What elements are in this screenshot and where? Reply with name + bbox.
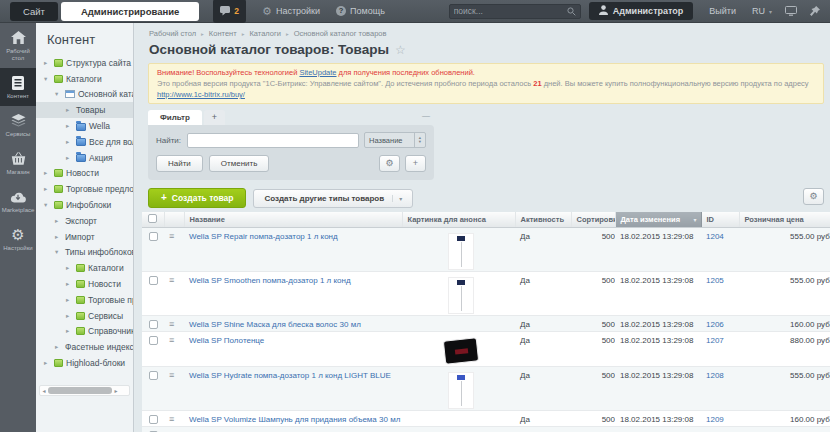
scroll-right-icon[interactable]: ▸ <box>112 387 120 394</box>
row-checkbox[interactable] <box>149 415 158 424</box>
product-id-link[interactable]: 1205 <box>706 276 724 285</box>
chevron-right-icon[interactable]: ▸ <box>44 59 51 67</box>
column-name[interactable]: Название <box>184 212 402 227</box>
chevron-right-icon[interactable]: ▸ <box>66 280 73 288</box>
row-menu-icon[interactable]: ≡ <box>169 276 174 284</box>
row-checkbox[interactable] <box>149 232 158 241</box>
tree-item[interactable]: ▾Каталоги <box>36 71 133 87</box>
product-name-link[interactable]: Wella SP Полотенце <box>189 336 264 345</box>
filter-cancel-button[interactable]: Отменить <box>209 155 270 172</box>
row-checkbox[interactable] <box>149 371 158 380</box>
display-icon[interactable] <box>785 6 797 16</box>
tree-item[interactable]: ▸Торговые предложения <box>36 181 133 197</box>
product-name-link[interactable]: Wella SP Smoothen помпа-дозатор 1 л конд <box>189 276 351 285</box>
rail-item-services[interactable]: Сервисы <box>0 106 36 144</box>
column-price[interactable]: Розничная цена <box>739 212 830 227</box>
product-image[interactable] <box>448 372 474 409</box>
product-id-link[interactable]: 1207 <box>706 336 724 345</box>
tree-item[interactable]: ▸Справочники <box>36 324 133 340</box>
filter-tab[interactable]: Фильтр <box>148 110 202 125</box>
create-product-button[interactable]: +Создать товар <box>148 188 246 208</box>
scrollbar-thumb[interactable] <box>48 387 112 394</box>
chevron-down-icon[interactable]: ▾ <box>55 90 62 98</box>
row-checkbox[interactable] <box>149 320 158 329</box>
chevron-right-icon[interactable]: ▸ <box>44 185 51 193</box>
row-menu-icon[interactable]: ≡ <box>169 320 174 328</box>
tree-item[interactable]: ▸Торговые предложе <box>36 292 133 308</box>
product-image[interactable] <box>443 337 479 364</box>
column-image[interactable]: Картинка для анонса <box>402 212 515 227</box>
search-input[interactable] <box>454 6 567 16</box>
pin-icon[interactable] <box>810 6 820 16</box>
chevron-right-icon[interactable]: ▸ <box>55 217 62 225</box>
chevron-right-icon[interactable]: ▸ <box>55 233 62 241</box>
breadcrumb-link[interactable]: Основной каталог товаров <box>294 29 387 38</box>
rail-item-settings[interactable]: ⚙Настройки <box>0 220 36 258</box>
filter-find-button[interactable]: Найти <box>156 155 203 172</box>
favorite-star-icon[interactable]: ☆ <box>395 43 406 57</box>
column-id[interactable]: ID <box>701 212 739 227</box>
chevron-right-icon[interactable]: ▸ <box>55 343 62 351</box>
column-date-sorted[interactable]: Дата изменения▾ <box>615 212 701 227</box>
breadcrumb-link[interactable]: Каталоги <box>249 29 280 38</box>
help-menu[interactable]: ? Помощь <box>336 6 385 16</box>
filter-add-field-button[interactable]: + <box>405 155 426 172</box>
scroll-left-icon[interactable]: ◂ <box>40 387 48 394</box>
tree-item[interactable]: ▸Сервисы <box>36 308 133 324</box>
product-id-link[interactable]: 1209 <box>706 415 724 424</box>
notifications-button[interactable]: 2 <box>213 0 246 23</box>
rail-item-desktop[interactable]: Рабочий стол <box>0 23 36 68</box>
chevron-right-icon[interactable]: ▸ <box>66 296 73 304</box>
tree-item[interactable]: ▸Новости <box>36 276 133 292</box>
buy-link[interactable]: http://www.1c-bitrix.ru/buy/ <box>157 90 245 99</box>
row-menu-icon[interactable]: ≡ <box>169 415 174 423</box>
chevron-right-icon[interactable]: ▸ <box>44 169 51 177</box>
row-checkbox[interactable] <box>149 336 158 345</box>
product-id-link[interactable]: 1204 <box>706 232 724 241</box>
chevron-right-icon[interactable]: ▸ <box>66 138 73 146</box>
chevron-right-icon[interactable]: ▸ <box>66 264 73 272</box>
product-name-link[interactable]: Wella SP Shine Маска для блеска волос 30… <box>189 320 361 329</box>
search-icon[interactable] <box>567 2 576 20</box>
select-all-checkbox[interactable] <box>148 214 157 223</box>
filter-settings-button[interactable]: ⚙ <box>379 155 400 172</box>
tree-item[interactable]: ▸Экспорт <box>36 213 133 229</box>
user-button[interactable]: Администратор <box>589 2 694 20</box>
tree-item[interactable]: ▸Каталоги <box>36 260 133 276</box>
filter-find-input[interactable] <box>187 133 359 148</box>
create-other-types-button[interactable]: Создать другие типы товаров▾ <box>253 189 413 208</box>
chevron-right-icon[interactable]: ▸ <box>66 154 73 162</box>
language-selector[interactable]: RU▾ <box>752 6 772 16</box>
admin-tab[interactable]: Администрирование <box>61 2 199 21</box>
row-menu-icon[interactable]: ≡ <box>169 371 174 379</box>
site-tab[interactable]: Сайт <box>10 2 58 21</box>
product-id-link[interactable]: 1206 <box>706 320 724 329</box>
siteupdate-link[interactable]: SiteUpdate <box>299 68 336 77</box>
chevron-right-icon[interactable]: ▸ <box>66 327 73 335</box>
tree-item[interactable]: ▸Акция <box>36 150 133 166</box>
row-menu-icon[interactable]: ≡ <box>169 336 174 344</box>
tree-item[interactable]: ▸Товары <box>36 102 133 118</box>
tree-item[interactable]: ▸Highload-блоки <box>36 355 133 371</box>
chevron-right-icon[interactable]: ▸ <box>66 122 73 130</box>
row-checkbox[interactable] <box>149 276 158 285</box>
settings-menu[interactable]: ⚙ Настройки <box>262 6 320 16</box>
tree-item[interactable]: ▸Wella <box>36 118 133 134</box>
tree-item[interactable]: ▸Импорт <box>36 229 133 245</box>
filter-field-select[interactable]: Название ▴▾ <box>364 132 426 148</box>
rail-item-marketplace[interactable]: Marketplace <box>0 182 36 220</box>
breadcrumb-link[interactable]: Рабочий стол <box>149 29 196 38</box>
product-name-link[interactable]: Wella SP Hydrate помпа-дозатор 1 л конд … <box>189 371 391 380</box>
chevron-right-icon[interactable]: ▸ <box>66 106 73 114</box>
product-name-link[interactable]: Wella SP Repair помпа-дозатор 1 л конд <box>189 232 338 241</box>
grid-settings-button[interactable]: ⚙ <box>803 188 824 205</box>
chevron-right-icon[interactable]: ▸ <box>44 359 51 367</box>
product-image[interactable] <box>448 277 474 314</box>
column-active[interactable]: Активность <box>515 212 571 227</box>
rail-item-shop[interactable]: Магазин <box>0 144 36 182</box>
tree-item[interactable]: ▸Новости <box>36 166 133 182</box>
add-filter-tab[interactable]: + <box>204 110 225 125</box>
rail-item-content[interactable]: Контент <box>0 68 36 106</box>
product-image[interactable] <box>448 233 474 270</box>
tree-item[interactable]: ▸Все для волос <box>36 134 133 150</box>
